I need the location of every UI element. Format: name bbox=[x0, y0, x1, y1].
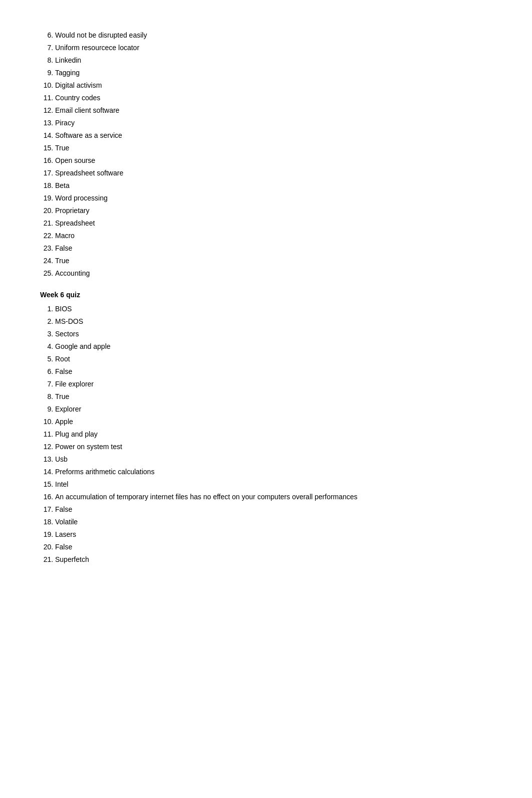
list-item: Intel bbox=[55, 479, 492, 490]
list-item: Digital activism bbox=[55, 80, 492, 91]
list-item: Usb bbox=[55, 454, 492, 465]
list-item: True bbox=[55, 143, 492, 153]
list-item: Email client software bbox=[55, 105, 492, 116]
list-item: Open sourse bbox=[55, 155, 492, 166]
list-item: Volatile bbox=[55, 517, 492, 527]
list-item: Lasers bbox=[55, 529, 492, 540]
list-item: Proprietary bbox=[55, 206, 492, 216]
list-item: True bbox=[55, 256, 492, 266]
list-item: An accumulation of temporary internet fi… bbox=[55, 492, 492, 502]
list-item: Tagging bbox=[55, 68, 492, 78]
section-1: Would not be disrupted easilyUniform res… bbox=[40, 30, 492, 279]
list-item: Would not be disrupted easily bbox=[55, 30, 492, 41]
list-item: False bbox=[55, 542, 492, 552]
list-item: Superfetch bbox=[55, 554, 492, 565]
list-item: True bbox=[55, 391, 492, 402]
section2-list: BIOSMS-DOSSectorsGoogle and appleRootFal… bbox=[40, 304, 492, 565]
list-item: Software as a service bbox=[55, 130, 492, 141]
list-item: False bbox=[55, 366, 492, 377]
section-2: Week 6 quiz BIOSMS-DOSSectorsGoogle and … bbox=[40, 291, 492, 565]
list-item: Explorer bbox=[55, 404, 492, 415]
list-item: MS-DOS bbox=[55, 316, 492, 327]
list-item: File explorer bbox=[55, 379, 492, 389]
list-item: Country codes bbox=[55, 93, 492, 103]
list-item: Apple bbox=[55, 417, 492, 427]
list-item: Preforms arithmetic calculations bbox=[55, 467, 492, 477]
list-item: Sectors bbox=[55, 329, 492, 339]
list-item: Power on system test bbox=[55, 442, 492, 452]
list-item: Piracy bbox=[55, 118, 492, 128]
list-item: Uniform resourcece locator bbox=[55, 43, 492, 53]
list-item: Spreadsheet software bbox=[55, 168, 492, 178]
list-item: Google and apple bbox=[55, 341, 492, 352]
list-item: Spreadsheet bbox=[55, 218, 492, 229]
week6-title: Week 6 quiz bbox=[40, 291, 492, 299]
list-item: BIOS bbox=[55, 304, 492, 314]
list-item: False bbox=[55, 243, 492, 254]
list-item: Root bbox=[55, 354, 492, 364]
list-item: Plug and play bbox=[55, 429, 492, 440]
section1-list: Would not be disrupted easilyUniform res… bbox=[40, 30, 492, 279]
list-item: Beta bbox=[55, 180, 492, 191]
list-item: Accounting bbox=[55, 268, 492, 279]
list-item: False bbox=[55, 504, 492, 515]
list-item: Macro bbox=[55, 231, 492, 241]
list-item: Word processing bbox=[55, 193, 492, 204]
list-item: Linkedin bbox=[55, 55, 492, 66]
